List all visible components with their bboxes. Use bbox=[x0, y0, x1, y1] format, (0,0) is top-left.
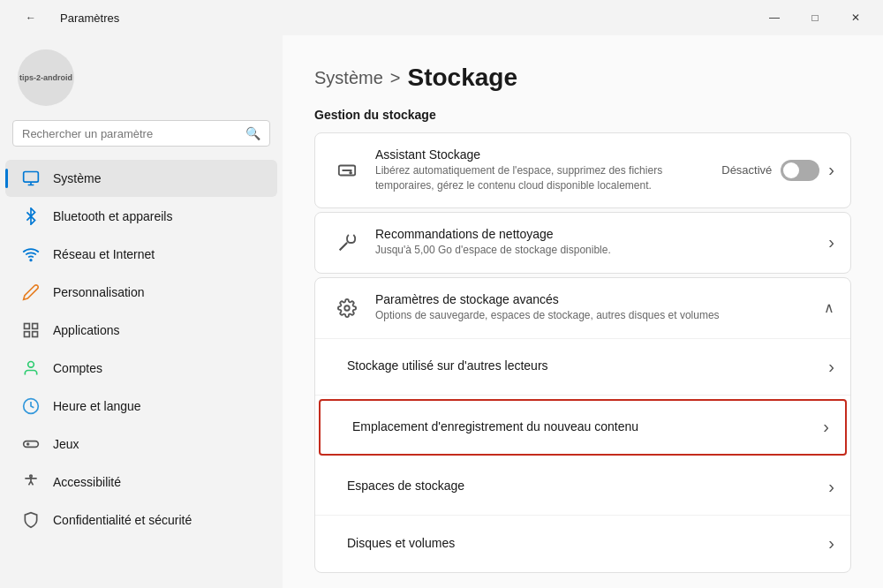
settings-row-title: Espaces de stockage bbox=[347, 479, 828, 493]
svg-point-1 bbox=[30, 260, 32, 261]
pencil-icon bbox=[21, 283, 41, 302]
search-icon: 🔍 bbox=[245, 126, 260, 140]
minimize-button[interactable]: — bbox=[754, 4, 795, 32]
section-title: Gestion du stockage bbox=[314, 108, 851, 122]
svg-point-13 bbox=[30, 475, 33, 478]
chevron-icon: › bbox=[828, 160, 834, 180]
sidebar-item-label: Réseau et Internet bbox=[53, 247, 155, 261]
chevron-icon: › bbox=[828, 477, 834, 497]
sidebar-item-accessibilite[interactable]: Accessibilité bbox=[5, 464, 277, 501]
settings-row-title: Emplacement d'enregistrement du nouveau … bbox=[352, 419, 823, 433]
svg-rect-5 bbox=[33, 332, 38, 337]
hdd-icon bbox=[331, 155, 363, 186]
svg-rect-0 bbox=[24, 172, 39, 183]
settings-row-right: › bbox=[828, 232, 834, 253]
toggle-switch[interactable] bbox=[781, 160, 819, 181]
settings-row-title: Assistant Stockage bbox=[375, 147, 721, 162]
settings-row-title: Paramètres de stockage avancés bbox=[375, 292, 824, 306]
settings-row-desc: Jusqu'à 5,00 Go d'espace de stockage dis… bbox=[375, 243, 828, 258]
sidebar-item-reseau[interactable]: Réseau et Internet bbox=[5, 236, 277, 273]
settings-group-header-avances[interactable]: Paramètres de stockage avancésOptions de… bbox=[315, 278, 850, 339]
settings-row-text: Disques et volumes bbox=[347, 536, 828, 552]
breadcrumb: Système > Stockage bbox=[314, 64, 851, 92]
sidebar-item-comptes[interactable]: Comptes bbox=[5, 350, 277, 387]
settings-row-right: › bbox=[828, 357, 834, 377]
settings-row-title: Stockage utilisé sur d'autres lecteurs bbox=[347, 358, 828, 373]
chevron-up-icon: ∧ bbox=[824, 299, 834, 316]
sidebar-item-label: Heure et langue bbox=[53, 399, 141, 413]
sidebar-item-systeme[interactable]: Système bbox=[5, 160, 277, 197]
back-icon: ← bbox=[26, 11, 36, 24]
sidebar-item-jeux[interactable]: Jeux bbox=[5, 426, 277, 463]
toggle-label: Désactivé bbox=[721, 163, 772, 177]
settings-row-title: Disques et volumes bbox=[347, 536, 828, 550]
search-input[interactable] bbox=[22, 127, 238, 140]
svg-rect-4 bbox=[25, 332, 30, 337]
avatar: tips-2-android bbox=[18, 49, 74, 106]
titlebar: ← Paramètres — □ ✕ bbox=[0, 0, 883, 35]
sidebar-item-applications[interactable]: Applications bbox=[5, 312, 277, 349]
gear-icon bbox=[331, 292, 363, 324]
settings-row-nettoyage[interactable]: Recommandations de nettoyageJusqu'à 5,00… bbox=[315, 213, 850, 273]
nav-list: SystèmeBluetooth et appareilsRéseau et I… bbox=[0, 159, 283, 539]
settings-row-right: › bbox=[828, 477, 834, 497]
breadcrumb-separator: > bbox=[390, 68, 401, 88]
settings-group-body: Stockage utilisé sur d'autres lecteurs›E… bbox=[315, 339, 850, 572]
sidebar-item-perso[interactable]: Personnalisation bbox=[5, 274, 277, 311]
main-content: Système > Stockage Gestion du stockage A… bbox=[283, 35, 883, 588]
sidebar-item-confidentialite[interactable]: Confidentialité et sécurité bbox=[5, 501, 277, 539]
sidebar-item-label: Comptes bbox=[53, 361, 102, 375]
chevron-icon: › bbox=[828, 232, 834, 253]
titlebar-left: ← Paramètres bbox=[11, 4, 119, 32]
sidebar-item-label: Applications bbox=[53, 323, 120, 337]
clock-icon bbox=[21, 396, 41, 416]
sidebar-item-label: Système bbox=[53, 171, 101, 185]
settings-row-right: › bbox=[828, 533, 834, 554]
sidebar-item-label: Accessibilité bbox=[53, 475, 121, 489]
svg-point-16 bbox=[350, 172, 351, 174]
maximize-button[interactable]: □ bbox=[795, 4, 835, 32]
settings-group-header-text: Paramètres de stockage avancésOptions de… bbox=[375, 292, 824, 323]
sidebar-item-label: Jeux bbox=[53, 437, 79, 451]
sidebar-item-heure[interactable]: Heure et langue bbox=[5, 388, 277, 425]
search-box[interactable]: 🔍 bbox=[12, 120, 270, 147]
settings-row-right: › bbox=[823, 417, 829, 437]
toggle-thumb bbox=[783, 162, 799, 178]
settings-row-emplacement[interactable]: Emplacement d'enregistrement du nouveau … bbox=[319, 399, 847, 456]
back-button[interactable]: ← bbox=[11, 4, 51, 32]
user-icon bbox=[21, 358, 41, 378]
settings-row-disques[interactable]: Disques et volumes› bbox=[315, 516, 850, 572]
settings-row-right: Désactivé› bbox=[721, 160, 834, 181]
chevron-icon: › bbox=[823, 417, 829, 437]
chevron-icon: › bbox=[828, 357, 834, 377]
sidebar-item-label: Personnalisation bbox=[53, 285, 145, 299]
settings-group-avances: Paramètres de stockage avancésOptions de… bbox=[314, 277, 851, 573]
svg-rect-3 bbox=[33, 324, 38, 329]
sidebar-item-bluetooth[interactable]: Bluetooth et appareils bbox=[5, 198, 277, 235]
titlebar-title: Paramètres bbox=[60, 11, 119, 25]
settings-row-desc: Options de sauvegarde, espaces de stocka… bbox=[375, 308, 824, 323]
settings-row-espaces[interactable]: Espaces de stockage› bbox=[315, 459, 850, 516]
bluetooth-icon bbox=[21, 207, 41, 226]
app-body: tips-2-android 🔍 SystèmeBluetooth et app… bbox=[0, 35, 883, 588]
breadcrumb-parent[interactable]: Système bbox=[314, 68, 383, 88]
svg-point-17 bbox=[344, 305, 350, 311]
svg-rect-2 bbox=[25, 324, 30, 329]
settings-row-text: Assistant StockageLibérez automatiquemen… bbox=[375, 147, 721, 193]
breadcrumb-current: Stockage bbox=[408, 64, 518, 92]
settings-row-assistant[interactable]: Assistant StockageLibérez automatiquemen… bbox=[315, 133, 850, 207]
grid-icon bbox=[21, 320, 41, 340]
avatar-text: tips-2-android bbox=[19, 73, 72, 82]
settings-row-desc: Libérez automatiquement de l'espace, sup… bbox=[375, 163, 721, 193]
titlebar-controls: — □ ✕ bbox=[754, 4, 876, 32]
close-button[interactable]: ✕ bbox=[835, 4, 876, 32]
settings-row-text: Stockage utilisé sur d'autres lecteurs bbox=[347, 358, 828, 374]
gamepad-icon bbox=[21, 434, 41, 454]
settings-row-text: Espaces de stockage bbox=[347, 479, 828, 494]
broom-icon bbox=[331, 227, 363, 259]
settings-row-autres-lecteurs[interactable]: Stockage utilisé sur d'autres lecteurs› bbox=[315, 339, 850, 396]
sidebar-item-label: Bluetooth et appareils bbox=[53, 209, 172, 223]
svg-point-6 bbox=[28, 362, 34, 368]
settings-row-text: Recommandations de nettoyageJusqu'à 5,00… bbox=[375, 227, 828, 258]
settings-row-title: Recommandations de nettoyage bbox=[375, 227, 828, 241]
